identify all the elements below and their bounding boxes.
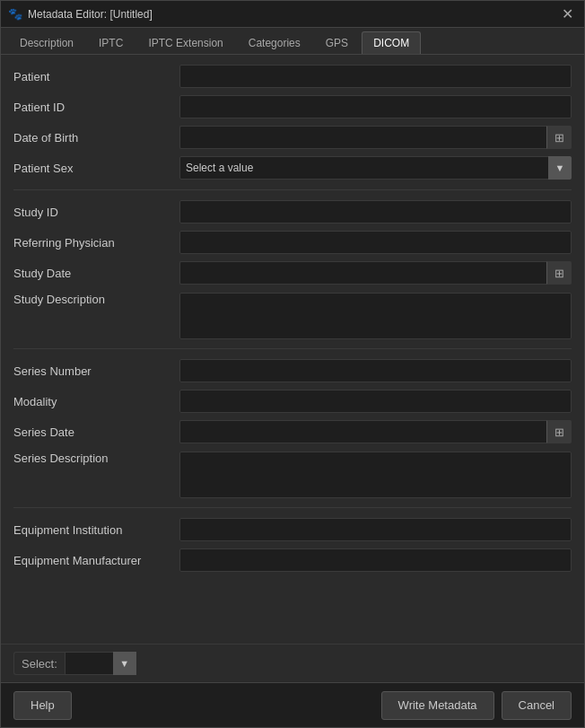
write-metadata-button[interactable]: Write Metadata	[381, 691, 494, 720]
study-id-label: Study ID	[13, 206, 179, 219]
app-icon: 🐾	[8, 7, 22, 22]
close-button[interactable]: ✕	[558, 5, 577, 23]
dicom-content: Patient Patient ID Date of Birth ⊞ Patie…	[1, 55, 584, 644]
series-description-label: Series Description	[13, 452, 179, 465]
tab-dicom[interactable]: DICOM	[362, 31, 421, 54]
study-date-field-with-btn: ⊞	[179, 261, 572, 285]
equipment-institution-field-row: Equipment Institution	[13, 517, 572, 542]
series-date-calendar-button[interactable]: ⊞	[546, 420, 572, 443]
study-description-input[interactable]	[179, 293, 572, 339]
tab-bar: Description IPTC IPTC Extension Categori…	[1, 28, 584, 55]
tab-iptc-extension[interactable]: IPTC Extension	[136, 31, 234, 54]
series-number-label: Series Number	[13, 364, 179, 378]
select-combined: Select: ▼	[13, 652, 136, 675]
main-window: 🐾 Metadata Editor: [Untitled] ✕ Descript…	[0, 0, 585, 728]
modality-field-row: Modality	[13, 389, 572, 414]
study-section: Study ID Referring Physician Study Date …	[13, 199, 572, 339]
series-date-input[interactable]	[179, 420, 546, 443]
series-section: Series Number Modality Series Date ⊞ Ser…	[13, 358, 572, 498]
series-date-field-row: Series Date ⊞	[13, 419, 572, 444]
modality-label: Modality	[13, 395, 179, 408]
series-date-field-with-btn: ⊞	[179, 420, 572, 443]
patient-label: Patient	[13, 70, 179, 83]
series-description-field-row: Series Description	[13, 450, 572, 498]
patient-field-row: Patient	[13, 64, 572, 89]
tab-description[interactable]: Description	[8, 31, 85, 54]
referring-physician-label: Referring Physician	[13, 236, 179, 250]
referring-physician-input[interactable]	[179, 231, 572, 254]
bottom-button-bar: Help Write Metadata Cancel	[1, 682, 584, 727]
patient-sex-field-row: Patient Sex Select a value Male Female O…	[13, 155, 572, 180]
study-description-field-row: Study Description	[13, 291, 572, 339]
series-number-field-row: Series Number	[13, 358, 572, 383]
equipment-manufacturer-field-row: Equipment Manufacturer	[13, 548, 572, 573]
tab-categories[interactable]: Categories	[237, 31, 312, 54]
patient-section: Patient Patient ID Date of Birth ⊞ Patie…	[13, 64, 572, 180]
patient-id-field-row: Patient ID	[13, 94, 572, 119]
divider-1	[13, 189, 572, 190]
equipment-manufacturer-label: Equipment Manufacturer	[13, 554, 179, 567]
series-number-input[interactable]	[179, 359, 572, 382]
patient-sex-select-wrapper: Select a value Male Female Other ▼	[179, 156, 572, 180]
series-description-input[interactable]	[179, 452, 572, 498]
patient-sex-label: Patient Sex	[13, 162, 179, 175]
title-bar: 🐾 Metadata Editor: [Untitled] ✕	[1, 1, 584, 28]
equipment-manufacturer-input[interactable]	[179, 548, 572, 572]
patient-sex-select[interactable]: Select a value Male Female Other	[179, 156, 572, 180]
dob-field-with-btn: ⊞	[179, 126, 572, 149]
dob-input[interactable]	[179, 126, 546, 149]
tab-iptc[interactable]: IPTC	[87, 31, 135, 54]
study-date-field-row: Study Date ⊞	[13, 260, 572, 285]
footer-select[interactable]	[65, 652, 136, 675]
patient-id-label: Patient ID	[13, 101, 179, 114]
window-title: Metadata Editor: [Untitled]	[28, 8, 153, 21]
study-id-field-row: Study ID	[13, 199, 572, 224]
study-description-label: Study Description	[13, 293, 179, 306]
dob-field-row: Date of Birth ⊞	[13, 125, 572, 150]
divider-2	[13, 348, 572, 349]
study-date-label: Study Date	[13, 267, 179, 280]
study-date-calendar-button[interactable]: ⊞	[546, 261, 572, 285]
equipment-section: Equipment Institution Equipment Manufact…	[13, 517, 572, 573]
dob-calendar-button[interactable]: ⊞	[546, 126, 572, 149]
patient-input[interactable]	[179, 65, 572, 88]
referring-physician-field-row: Referring Physician	[13, 230, 572, 255]
patient-id-input[interactable]	[179, 95, 572, 118]
tab-gps[interactable]: GPS	[314, 31, 360, 54]
equipment-institution-input[interactable]	[179, 518, 572, 541]
study-date-input[interactable]	[179, 261, 546, 285]
dob-label: Date of Birth	[13, 131, 179, 145]
select-row: Select: ▼	[1, 644, 584, 682]
footer-select-wrapper: ▼	[65, 652, 136, 675]
modality-input[interactable]	[179, 390, 572, 413]
select-label: Select:	[13, 652, 65, 675]
help-button[interactable]: Help	[13, 691, 72, 720]
series-date-label: Series Date	[13, 425, 179, 439]
title-bar-left: 🐾 Metadata Editor: [Untitled]	[8, 7, 153, 22]
cancel-button[interactable]: Cancel	[502, 691, 572, 720]
divider-3	[13, 507, 572, 508]
equipment-institution-label: Equipment Institution	[13, 523, 179, 537]
study-id-input[interactable]	[179, 200, 572, 224]
